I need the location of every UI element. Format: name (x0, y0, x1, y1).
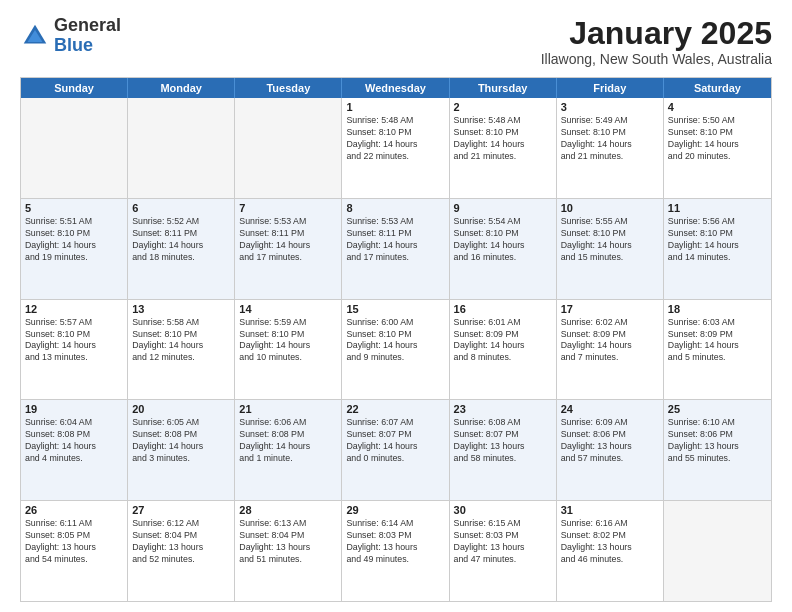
day-number: 1 (346, 101, 444, 113)
title-block: January 2025 Illawong, New South Wales, … (541, 16, 772, 67)
cell-info: Sunrise: 5:57 AM Sunset: 8:10 PM Dayligh… (25, 317, 123, 365)
calendar-cell: 5Sunrise: 5:51 AM Sunset: 8:10 PM Daylig… (21, 199, 128, 299)
header: General Blue January 2025 Illawong, New … (20, 16, 772, 67)
calendar-cell: 13Sunrise: 5:58 AM Sunset: 8:10 PM Dayli… (128, 300, 235, 400)
cell-info: Sunrise: 5:58 AM Sunset: 8:10 PM Dayligh… (132, 317, 230, 365)
logo-blue: Blue (54, 35, 93, 55)
day-number: 28 (239, 504, 337, 516)
header-day-saturday: Saturday (664, 78, 771, 98)
header-day-tuesday: Tuesday (235, 78, 342, 98)
cell-info: Sunrise: 5:48 AM Sunset: 8:10 PM Dayligh… (454, 115, 552, 163)
day-number: 17 (561, 303, 659, 315)
calendar-body: 1Sunrise: 5:48 AM Sunset: 8:10 PM Daylig… (21, 98, 771, 601)
calendar-cell: 18Sunrise: 6:03 AM Sunset: 8:09 PM Dayli… (664, 300, 771, 400)
cell-info: Sunrise: 5:52 AM Sunset: 8:11 PM Dayligh… (132, 216, 230, 264)
day-number: 20 (132, 403, 230, 415)
calendar-cell (128, 98, 235, 198)
cell-info: Sunrise: 6:16 AM Sunset: 8:02 PM Dayligh… (561, 518, 659, 566)
cell-info: Sunrise: 5:53 AM Sunset: 8:11 PM Dayligh… (346, 216, 444, 264)
day-number: 8 (346, 202, 444, 214)
cell-info: Sunrise: 6:01 AM Sunset: 8:09 PM Dayligh… (454, 317, 552, 365)
day-number: 7 (239, 202, 337, 214)
logo-general: General (54, 15, 121, 35)
cell-info: Sunrise: 6:15 AM Sunset: 8:03 PM Dayligh… (454, 518, 552, 566)
month-title: January 2025 (541, 16, 772, 51)
header-day-wednesday: Wednesday (342, 78, 449, 98)
cell-info: Sunrise: 6:04 AM Sunset: 8:08 PM Dayligh… (25, 417, 123, 465)
calendar-cell: 12Sunrise: 5:57 AM Sunset: 8:10 PM Dayli… (21, 300, 128, 400)
day-number: 18 (668, 303, 767, 315)
calendar-cell: 23Sunrise: 6:08 AM Sunset: 8:07 PM Dayli… (450, 400, 557, 500)
day-number: 27 (132, 504, 230, 516)
calendar-cell: 11Sunrise: 5:56 AM Sunset: 8:10 PM Dayli… (664, 199, 771, 299)
day-number: 21 (239, 403, 337, 415)
header-day-thursday: Thursday (450, 78, 557, 98)
logo: General Blue (20, 16, 121, 56)
cell-info: Sunrise: 6:12 AM Sunset: 8:04 PM Dayligh… (132, 518, 230, 566)
calendar-cell: 29Sunrise: 6:14 AM Sunset: 8:03 PM Dayli… (342, 501, 449, 601)
cell-info: Sunrise: 5:49 AM Sunset: 8:10 PM Dayligh… (561, 115, 659, 163)
calendar-cell: 2Sunrise: 5:48 AM Sunset: 8:10 PM Daylig… (450, 98, 557, 198)
cell-info: Sunrise: 6:00 AM Sunset: 8:10 PM Dayligh… (346, 317, 444, 365)
calendar-cell: 17Sunrise: 6:02 AM Sunset: 8:09 PM Dayli… (557, 300, 664, 400)
cell-info: Sunrise: 5:51 AM Sunset: 8:10 PM Dayligh… (25, 216, 123, 264)
calendar: SundayMondayTuesdayWednesdayThursdayFrid… (20, 77, 772, 602)
calendar-cell: 1Sunrise: 5:48 AM Sunset: 8:10 PM Daylig… (342, 98, 449, 198)
page: General Blue January 2025 Illawong, New … (0, 0, 792, 612)
day-number: 2 (454, 101, 552, 113)
calendar-cell: 7Sunrise: 5:53 AM Sunset: 8:11 PM Daylig… (235, 199, 342, 299)
calendar-cell: 28Sunrise: 6:13 AM Sunset: 8:04 PM Dayli… (235, 501, 342, 601)
day-number: 4 (668, 101, 767, 113)
calendar-cell (21, 98, 128, 198)
day-number: 15 (346, 303, 444, 315)
calendar-cell: 4Sunrise: 5:50 AM Sunset: 8:10 PM Daylig… (664, 98, 771, 198)
day-number: 31 (561, 504, 659, 516)
cell-info: Sunrise: 6:08 AM Sunset: 8:07 PM Dayligh… (454, 417, 552, 465)
day-number: 19 (25, 403, 123, 415)
cell-info: Sunrise: 5:59 AM Sunset: 8:10 PM Dayligh… (239, 317, 337, 365)
calendar-cell: 8Sunrise: 5:53 AM Sunset: 8:11 PM Daylig… (342, 199, 449, 299)
cell-info: Sunrise: 6:03 AM Sunset: 8:09 PM Dayligh… (668, 317, 767, 365)
logo-icon (20, 21, 50, 51)
day-number: 29 (346, 504, 444, 516)
header-day-sunday: Sunday (21, 78, 128, 98)
day-number: 25 (668, 403, 767, 415)
header-day-monday: Monday (128, 78, 235, 98)
calendar-row: 12Sunrise: 5:57 AM Sunset: 8:10 PM Dayli… (21, 300, 771, 401)
cell-info: Sunrise: 5:55 AM Sunset: 8:10 PM Dayligh… (561, 216, 659, 264)
calendar-cell: 31Sunrise: 6:16 AM Sunset: 8:02 PM Dayli… (557, 501, 664, 601)
day-number: 14 (239, 303, 337, 315)
header-day-friday: Friday (557, 78, 664, 98)
calendar-cell: 27Sunrise: 6:12 AM Sunset: 8:04 PM Dayli… (128, 501, 235, 601)
calendar-cell: 3Sunrise: 5:49 AM Sunset: 8:10 PM Daylig… (557, 98, 664, 198)
cell-info: Sunrise: 6:14 AM Sunset: 8:03 PM Dayligh… (346, 518, 444, 566)
cell-info: Sunrise: 6:11 AM Sunset: 8:05 PM Dayligh… (25, 518, 123, 566)
calendar-cell: 15Sunrise: 6:00 AM Sunset: 8:10 PM Dayli… (342, 300, 449, 400)
day-number: 16 (454, 303, 552, 315)
calendar-cell: 26Sunrise: 6:11 AM Sunset: 8:05 PM Dayli… (21, 501, 128, 601)
calendar-cell: 16Sunrise: 6:01 AM Sunset: 8:09 PM Dayli… (450, 300, 557, 400)
day-number: 3 (561, 101, 659, 113)
day-number: 26 (25, 504, 123, 516)
cell-info: Sunrise: 6:06 AM Sunset: 8:08 PM Dayligh… (239, 417, 337, 465)
cell-info: Sunrise: 6:13 AM Sunset: 8:04 PM Dayligh… (239, 518, 337, 566)
cell-info: Sunrise: 6:10 AM Sunset: 8:06 PM Dayligh… (668, 417, 767, 465)
day-number: 24 (561, 403, 659, 415)
calendar-cell: 30Sunrise: 6:15 AM Sunset: 8:03 PM Dayli… (450, 501, 557, 601)
calendar-header: SundayMondayTuesdayWednesdayThursdayFrid… (21, 78, 771, 98)
calendar-cell: 22Sunrise: 6:07 AM Sunset: 8:07 PM Dayli… (342, 400, 449, 500)
cell-info: Sunrise: 5:56 AM Sunset: 8:10 PM Dayligh… (668, 216, 767, 264)
calendar-cell (664, 501, 771, 601)
day-number: 5 (25, 202, 123, 214)
calendar-cell: 19Sunrise: 6:04 AM Sunset: 8:08 PM Dayli… (21, 400, 128, 500)
calendar-cell: 6Sunrise: 5:52 AM Sunset: 8:11 PM Daylig… (128, 199, 235, 299)
calendar-row: 5Sunrise: 5:51 AM Sunset: 8:10 PM Daylig… (21, 199, 771, 300)
cell-info: Sunrise: 6:07 AM Sunset: 8:07 PM Dayligh… (346, 417, 444, 465)
calendar-row: 19Sunrise: 6:04 AM Sunset: 8:08 PM Dayli… (21, 400, 771, 501)
cell-info: Sunrise: 6:05 AM Sunset: 8:08 PM Dayligh… (132, 417, 230, 465)
logo-text: General Blue (54, 16, 121, 56)
cell-info: Sunrise: 5:53 AM Sunset: 8:11 PM Dayligh… (239, 216, 337, 264)
day-number: 10 (561, 202, 659, 214)
cell-info: Sunrise: 6:09 AM Sunset: 8:06 PM Dayligh… (561, 417, 659, 465)
calendar-cell: 9Sunrise: 5:54 AM Sunset: 8:10 PM Daylig… (450, 199, 557, 299)
